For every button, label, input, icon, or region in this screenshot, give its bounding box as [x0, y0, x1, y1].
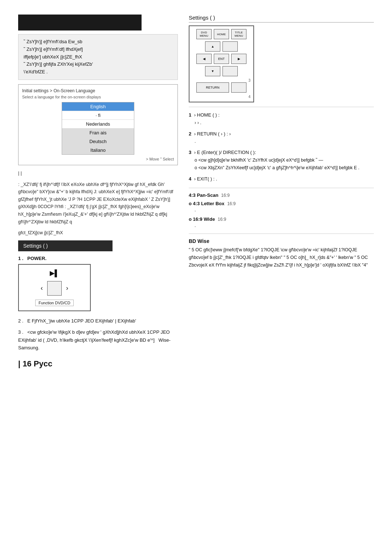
body-text-2-content: : _XZ'i'dfij' fj if\]h^'df[f \'ibX eXoXe… [18, 182, 173, 224]
remote-btn-placeholder2 [222, 66, 238, 76]
right-item-1-sub: › › . [195, 120, 201, 125]
body-text-3: gfct_fZXj]cw j]c]Z'_fhX [18, 229, 178, 237]
lower-item-2-content: E FjfYhX_'jiw ubhXe 1CPP JEO EXijhfab' |… [27, 318, 136, 324]
language-select-subtitle: Select a language for the on-screen disp… [22, 95, 174, 99]
nav-left-arrow[interactable]: ‹ [41, 284, 43, 292]
right-item-2-content: › RETURN ( › ) : › [194, 131, 231, 137]
body-text-3-content: gfct_fZXj]cw j]c]Z'_fhX [18, 230, 63, 235]
remote-btn-enter[interactable]: ENT [214, 54, 229, 64]
language-item-english[interactable]: English [62, 102, 134, 111]
aspect-intro-label: 4:3 Pan-Scan [189, 192, 219, 198]
aspect-letterbox: o 4:3 Letter Box 16:9 . [189, 201, 374, 214]
aspect-wide-label: o 16:9 Wide [189, 216, 215, 222]
remote-btn-dvdmenu[interactable]: DVD MENU [196, 29, 212, 39]
bd-wise-text: " 5 OC gfic]\eww j]mefcf['w bfdgXe'' 1?I… [189, 246, 374, 269]
remote-btn-right[interactable]: ▶ [231, 54, 246, 64]
body-text-1: | | [18, 170, 178, 177]
right-column: Settings ( ) DVD MENU HOME TITLE MENU ▲ … [189, 15, 374, 369]
top-header-bar [18, 15, 142, 31]
remote-row-3: ◀ ENT ▶ [192, 54, 250, 64]
remote-marker-4: 4 [192, 95, 250, 99]
body-text-1-content: | | [18, 171, 22, 176]
aspect-intro: 4:3 Pan-Scan 16:9 [189, 192, 374, 198]
section-divider-1 [189, 107, 374, 107]
power-number: 1 . POWER. [18, 256, 98, 261]
section-divider-2 [189, 188, 374, 188]
page-number: | 16 Pycc [18, 359, 178, 369]
aspect-letterbox-sub: 16:9 [227, 201, 236, 206]
device-top-icon: ▶▌ [50, 269, 60, 277]
page-content: ˜ ZsY]h'j] e]fYmf\'dsa Ew_sb ˜ ZsY]h'j] … [18, 15, 374, 369]
language-nav-hint: > Move " Select [22, 157, 174, 161]
language-item-it[interactable]: Italiano [62, 146, 134, 154]
lower-item-3-num: 3 . [18, 329, 23, 335]
right-item-3-detail-1: o <cw g]h]d]q]e'w bkhifhX 'c' ZsYfhX uc]… [195, 158, 323, 163]
device-footer-label: Function DVD/CD [35, 300, 73, 306]
aspect-wide-desc: . [195, 222, 374, 229]
lower-item-2-num: 2 . [18, 318, 23, 324]
aspect-wide-sub: 16:9 [218, 217, 226, 222]
right-num-4: 4 [189, 176, 191, 182]
instruction-block: ˜ ZsY]h'j] e]fYmf\'dsa Ew_sb ˜ ZsY]h'j] … [18, 34, 178, 80]
lower-item-3: 3 . <cw gfcko]e'w \fijkgX b d]ev gfd]ev … [18, 328, 178, 352]
device-nav-row: ‹ › [41, 281, 68, 296]
right-numbered-list: 1 › HOME ( ) : › › . 2 › RETURN ( › ) : … [189, 111, 374, 183]
aspect-letterbox-label: o 4:3 Letter Box [189, 201, 224, 206]
language-item-fr[interactable]: Fran ais [62, 129, 134, 137]
right-item-1-content: › HOME ( ) : [194, 112, 220, 118]
settings-section-header: Settings ( ) [18, 240, 113, 251]
samsung-label: Samsung. [18, 345, 40, 350]
aspect-wide: o 16:9 Wide 16:9 . [189, 216, 374, 229]
device-box: ▶▌ ‹ › Function DVD/CD [18, 264, 91, 311]
instruction-line-3: iffjefp]e'] ubhXeX j]c]ZE_fhX [24, 53, 172, 61]
remote-btn-return[interactable]: RETURN [196, 82, 229, 93]
remote-btn-up[interactable]: ▲ [205, 41, 220, 52]
instruction-line-2: ˜ ZsY]h'j] e]fYmf\'df] lfhdXjef] [24, 46, 172, 53]
section-divider-3 [189, 234, 374, 234]
remote-row-4: ▼ [192, 66, 250, 76]
lower-item-2: 2 . E FjfYhX_'jiw ubhXe 1CPP JEO EXijhfa… [18, 317, 178, 325]
remote-btn-down[interactable]: ▼ [205, 66, 220, 76]
left-column: ˜ ZsY]h'j] e]fYmf\'dsa Ew_sb ˜ ZsY]h'j] … [18, 15, 178, 369]
right-item-3-content: › E (Enter)( )/ DIRECTION ( ): [194, 150, 256, 155]
right-num-3: 3 [189, 150, 191, 155]
body-text-2: : _XZ'i'dfij' fj if\]h^'df[f \'ibX eXoXe… [18, 181, 178, 226]
settings-section-title: Settings ( ) [23, 243, 48, 249]
remote-btn-placeholder3 [231, 82, 246, 93]
lower-item-3-content: <cw gfcko]e'w \fijkgX b d]ev gfd]ev ' gX… [18, 329, 170, 342]
aspect-intro-sub: 16:9 [221, 193, 229, 198]
right-item-1: 1 › HOME ( ) : › › . [189, 111, 374, 127]
language-item-de[interactable]: Deutsch [62, 137, 134, 146]
remote-btn-placeholder1 [222, 41, 238, 52]
remote-diagram: DVD MENU HOME TITLE MENU ▲ ◀ ENT ▶ ▼ [189, 25, 254, 102]
instruction-line-4: ˜ ZsY]h'j] ghfijfa ZXh'Xej kijXefZb' [24, 61, 172, 68]
language-item-nl[interactable]: Nederlands [62, 120, 134, 129]
language-item-fi[interactable]: · fi [62, 111, 134, 120]
wise-label: Wise- [159, 337, 171, 343]
aspect-letterbox-desc: . [195, 206, 374, 214]
power-left: 1 . POWER. ▶▌ ‹ › Function DVD/CD [18, 256, 98, 311]
bd-wise-title: BD Wise [189, 238, 374, 244]
settings-panel-title: Settings ( ) [189, 15, 374, 23]
device-center [47, 281, 62, 296]
right-item-3-detail-2: o <cw XbjZXn'' ZsYhXeef[f uc]d]ejX 'c' a… [195, 165, 359, 170]
remote-btn-home[interactable]: HOME [214, 29, 229, 39]
remote-row-1: DVD MENU HOME TITLE MENU [192, 29, 250, 39]
instruction-line-5: \'eXd'bfZE . [24, 68, 172, 76]
language-select-title: Initial settings > On-Screen Language [22, 88, 174, 93]
language-select-container: Initial settings > On-Screen Language Se… [18, 84, 178, 165]
bd-wise-section: BD Wise " 5 OC gfic]\eww j]mefcf['w bfdg… [189, 238, 374, 269]
remote-row-5: RETURN [192, 82, 250, 93]
remote-btn-titlemenu[interactable]: TITLE MENU [231, 29, 246, 39]
nav-right-arrow[interactable]: › [66, 284, 68, 292]
remote-marker-3: 3 [192, 78, 250, 82]
instruction-line-1: ˜ ZsY]h'j] e]fYmf\'dsa Ew_sb [24, 38, 172, 46]
right-item-4-content: › EXIT( ) : . [194, 176, 217, 182]
remote-btn-left[interactable]: ◀ [196, 54, 212, 64]
power-area: 1 . POWER. ▶▌ ‹ › Function DVD/CD [18, 256, 178, 311]
right-num-2: 2 [189, 131, 191, 137]
right-item-2: 2 › RETURN ( › ) : › . [189, 130, 374, 146]
language-list: English · fi Nederlands Fran ais Deutsch… [62, 102, 134, 155]
right-item-2-sub: . [195, 139, 196, 144]
right-item-3: 3 › E (Enter)( )/ DIRECTION ( ): o <cw g… [189, 149, 374, 171]
